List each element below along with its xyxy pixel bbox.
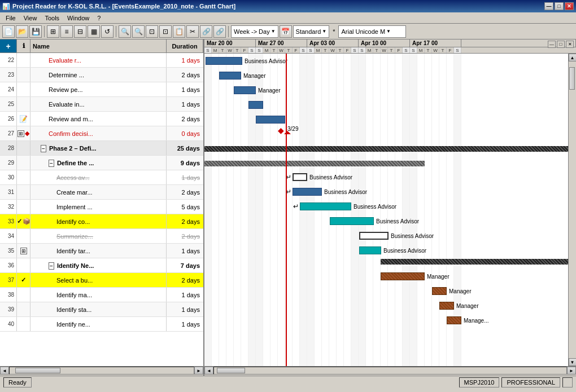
copy1-button[interactable]: ⊡: [146, 25, 158, 38]
gantt-bar-26[interactable]: [256, 115, 285, 124]
gantt-scroll-right[interactable]: ►: [567, 367, 576, 375]
gantt-bar-29[interactable]: [204, 159, 425, 168]
menu-bar: File View Tools Window ?: [0, 12, 576, 24]
gantt-bar-22[interactable]: Business Advisor: [206, 56, 287, 65]
scroll-thumb[interactable]: [569, 67, 575, 90]
cut-button[interactable]: ✂: [186, 25, 199, 38]
row-icon: [17, 185, 30, 199]
table-row[interactable]: 31 Create mar... 2 days: [0, 185, 203, 200]
table-row[interactable]: 36 − Identify Ne... 7 days: [0, 258, 203, 273]
paste-button[interactable]: 📋: [173, 25, 185, 38]
minimize-button[interactable]: —: [544, 2, 553, 10]
gantt-close-button[interactable]: ✕: [566, 41, 574, 48]
table-row[interactable]: 40 Identify ne... 1 days: [0, 317, 203, 332]
gantt-bar-31[interactable]: ↵ Business Advisor: [286, 187, 367, 196]
table-row[interactable]: 26 📝 Review and m... 2 days: [0, 112, 203, 126]
day-cell: W: [226, 47, 234, 53]
font-dropdown[interactable]: Arial Unicode M ▼: [338, 25, 406, 38]
table-row[interactable]: 33 ✓ 📦 Identify co... 2 days: [0, 214, 203, 229]
info-button[interactable]: ℹ: [23, 42, 25, 50]
save-button[interactable]: 💾: [29, 25, 42, 38]
table-row[interactable]: 38 Identify ma... 1 days: [0, 288, 203, 302]
gantt-bar-34[interactable]: Business Advisor: [359, 231, 434, 240]
gantt-bar-39[interactable]: Manager: [439, 301, 478, 310]
table-row[interactable]: 34 Summarize... 2 days: [0, 229, 203, 244]
task-name: Access av...: [30, 170, 167, 184]
day-cell: S: [248, 47, 256, 53]
task-duration: 1 days: [167, 53, 203, 67]
gantt-bar-37[interactable]: Manager: [381, 272, 449, 281]
gantt-scroll-left[interactable]: ◄: [204, 367, 213, 375]
menu-file[interactable]: File: [2, 14, 19, 23]
gantt-bar-35[interactable]: Business Advisor: [359, 246, 426, 255]
open-button[interactable]: 📂: [16, 25, 28, 38]
gantt-bar-38[interactable]: Manager: [432, 287, 471, 296]
asterisk-label: *: [333, 28, 335, 35]
table-row[interactable]: 22 Evaluate r... 1 days: [0, 53, 203, 68]
view2-button[interactable]: ≡: [60, 25, 73, 38]
view5-button[interactable]: ↺: [101, 25, 114, 38]
add-task-button[interactable]: +: [6, 42, 10, 51]
expand-button[interactable]: −: [41, 145, 46, 152]
task-name: Determine ...: [30, 68, 167, 82]
table-row[interactable]: 23 Determine ... 2 days: [0, 68, 203, 82]
gantt-minimize-button[interactable]: —: [548, 41, 556, 48]
sep1: [44, 26, 45, 37]
gantt-bar-32[interactable]: ↵ Business Advisor: [293, 202, 396, 211]
menu-view[interactable]: View: [20, 14, 41, 23]
status-ready: Ready: [3, 377, 32, 387]
expand-button[interactable]: −: [49, 262, 54, 270]
close-button[interactable]: ✕: [565, 2, 574, 10]
scroll-down-button[interactable]: ▼: [569, 358, 577, 366]
day-cell: S: [204, 47, 212, 53]
gantt-bar-25[interactable]: [248, 100, 263, 109]
table-row[interactable]: 28 − Phase 2 – Defi... 25 days: [0, 141, 203, 156]
gantt-bar-30[interactable]: ↵ Business Advisor: [286, 173, 352, 182]
view-scale-dropdown[interactable]: Week -> Day ▼: [231, 25, 278, 38]
zoom-out-button[interactable]: 🔍: [132, 25, 145, 38]
gantt-bar-40[interactable]: Manage...: [447, 316, 488, 325]
table-row[interactable]: 35 ⊞ Identify tar... 1 days: [0, 244, 203, 258]
task-scroll-left[interactable]: ◄: [0, 367, 9, 375]
gantt-bar-23[interactable]: Manager: [219, 71, 265, 80]
gantt-bar-33[interactable]: Business Advisor: [330, 217, 419, 226]
gantt-bar-36[interactable]: [381, 257, 568, 266]
table-row[interactable]: 29 − Define the ... 9 days: [0, 156, 203, 170]
table-row[interactable]: 25 Evaluate in... 1 days: [0, 97, 203, 112]
link2-button[interactable]: 🔗: [213, 25, 226, 38]
scroll-up-button[interactable]: ▲: [569, 54, 577, 61]
zoom-in-button[interactable]: 🔍: [119, 25, 131, 38]
vertical-scrollbar[interactable]: ▲ ▼: [568, 54, 576, 366]
copy2-button[interactable]: ⊡: [159, 25, 172, 38]
link1-button[interactable]: 🔗: [200, 25, 212, 38]
row-number: 35: [0, 244, 17, 258]
table-row[interactable]: 39 Identify sta... 1 days: [0, 302, 203, 317]
table-row[interactable]: 27 ⊞ ◆ Confirm decisi... 0 days: [0, 126, 203, 141]
task-scroll-right[interactable]: ►: [194, 367, 203, 375]
table-row[interactable]: 37 ✓ Select a bu... 2 days: [0, 273, 203, 288]
new-button[interactable]: 📄: [2, 25, 15, 38]
view-type-dropdown[interactable]: Standard ▼: [293, 25, 330, 38]
gantt-bar-27[interactable]: [284, 130, 291, 139]
maximize-button[interactable]: □: [555, 2, 564, 10]
view1-button[interactable]: ⊞: [47, 25, 59, 38]
expand-button[interactable]: −: [49, 160, 54, 167]
scroll-track: [569, 61, 576, 358]
view4-button[interactable]: ▦: [88, 25, 100, 38]
calendar-button[interactable]: 📅: [280, 25, 292, 38]
row-icon: [17, 170, 30, 184]
gantt-scroll-thumb[interactable]: [217, 368, 245, 373]
table-row[interactable]: 24 Review pe... 1 days: [0, 82, 203, 97]
app-icon: 📊: [2, 3, 10, 10]
table-row[interactable]: 30 Access av... 1 days: [0, 170, 203, 185]
menu-help[interactable]: ?: [94, 14, 104, 23]
gantt-maximize-button[interactable]: □: [557, 41, 565, 48]
menu-tools[interactable]: Tools: [41, 14, 63, 23]
table-row[interactable]: 32 Implement ... 5 days: [0, 200, 203, 214]
task-scroll-thumb[interactable]: [15, 368, 60, 373]
gantt-bar-28[interactable]: [204, 144, 568, 153]
menu-window[interactable]: Window: [64, 14, 93, 23]
task-name: Evaluate in...: [30, 97, 167, 111]
view3-button[interactable]: ⊟: [74, 25, 86, 38]
gantt-bar-24[interactable]: Manager: [234, 86, 280, 95]
